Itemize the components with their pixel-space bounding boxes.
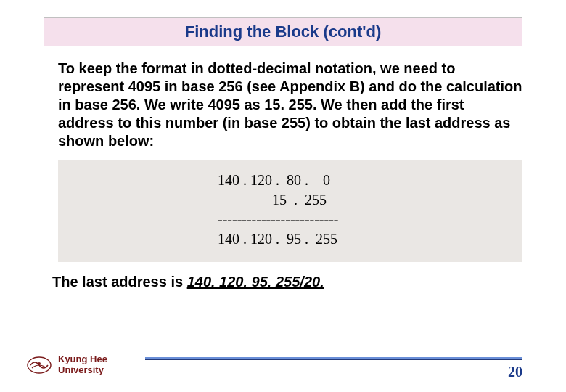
calc-divider: ------------------------- (218, 211, 339, 227)
calc-line-1: 140 . 120 . 80 . 0 (218, 172, 330, 188)
footer-rule (145, 357, 522, 360)
result-prefix: The last address is (52, 274, 187, 290)
svg-point-1 (38, 362, 41, 365)
calculation-lines: 140 . 120 . 80 . 0 15 . 255 ------------… (65, 171, 515, 249)
calc-line-3: 140 . 120 . 95 . 255 (218, 231, 337, 247)
university-name-line1: Kyung Hee (58, 354, 107, 365)
university-name-line2: University (58, 365, 107, 376)
page-number: 20 (508, 364, 522, 380)
slide-title-bar: Finding the Block (cont'd) (44, 17, 522, 46)
calculation-box: 140 . 120 . 80 . 0 15 . 255 ------------… (58, 160, 522, 262)
body-paragraph: To keep the format in dotted-decimal not… (58, 60, 522, 150)
result-address: 140. 120. 95. 255/20. (187, 274, 324, 290)
university-crest-icon (26, 355, 52, 375)
calc-line-2: 15 . 255 (218, 192, 327, 208)
slide-footer: Kyung Hee University 20 (0, 341, 566, 376)
university-name: Kyung Hee University (58, 354, 107, 376)
slide-title: Finding the Block (cont'd) (52, 23, 514, 41)
result-line: The last address is 140. 120. 95. 255/20… (52, 274, 522, 290)
university-logo-block: Kyung Hee University (26, 354, 107, 376)
